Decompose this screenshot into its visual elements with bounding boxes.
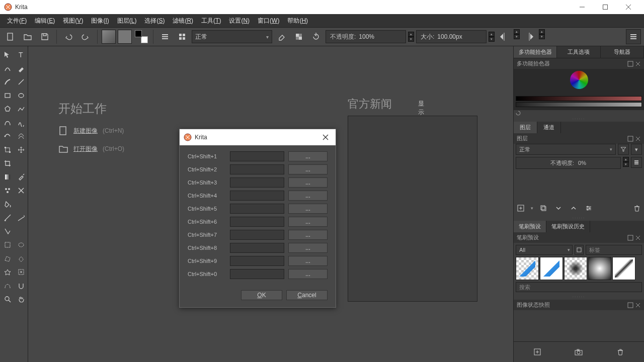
workspace-input[interactable] (230, 151, 284, 161)
polygon-tool[interactable] (1, 103, 14, 115)
color-picker-tool[interactable] (15, 170, 27, 183)
workspace-input[interactable] (230, 164, 284, 174)
opacity-input[interactable]: 不透明度: 100% (326, 30, 406, 43)
freehand-select-tool[interactable] (15, 252, 27, 264)
layer-menu-button[interactable] (631, 157, 642, 168)
layer-filter-dropdown[interactable]: ▾ (631, 144, 642, 155)
gradient-swatch[interactable] (102, 30, 116, 44)
brush-settings-button[interactable] (157, 29, 173, 44)
brush-tag-input[interactable]: 标签 (586, 245, 642, 255)
gradient-tool[interactable] (1, 170, 14, 183)
new-file-button[interactable] (3, 29, 18, 44)
float-icon[interactable] (627, 302, 633, 308)
mirror-horizontal-button[interactable] (497, 29, 512, 44)
color-wheel[interactable] (514, 69, 644, 110)
add-snapshot-button[interactable] (530, 345, 544, 359)
multibrush-tool[interactable] (15, 130, 27, 142)
panel-divider[interactable]: ······ (514, 215, 644, 221)
workspace-input[interactable] (230, 230, 284, 240)
contiguous-select-tool[interactable] (1, 265, 14, 278)
move-tool[interactable] (1, 48, 14, 61)
crop-tool[interactable] (1, 157, 14, 169)
menu-settings[interactable]: 设置(N) (225, 15, 254, 27)
transform-tool[interactable] (1, 143, 14, 156)
close-button[interactable] (617, 0, 640, 14)
menu-select[interactable]: 选择(S) (140, 15, 169, 27)
polygon-select-tool[interactable] (1, 252, 14, 264)
layer-opacity-input[interactable]: 不透明度: 0% (516, 157, 621, 169)
brush-search-input[interactable]: 搜索 (516, 282, 642, 292)
tab-color-picker[interactable]: 多功能拾色器 (514, 46, 557, 58)
float-icon[interactable] (627, 61, 633, 67)
pattern-swatch[interactable] (118, 30, 132, 44)
measure-tool[interactable] (15, 211, 27, 224)
eraser-mode-button[interactable] (274, 29, 289, 44)
layer-blend-mode-select[interactable]: 正常 (516, 144, 616, 155)
menu-window[interactable]: 窗口(W) (254, 15, 283, 27)
rectangle-tool[interactable] (1, 89, 14, 102)
workspace-input[interactable] (230, 204, 284, 214)
move-layer-tool[interactable] (15, 143, 27, 156)
close-panel-icon[interactable] (635, 302, 641, 308)
reference-tool[interactable] (1, 225, 14, 237)
brush-preset-thumb[interactable] (516, 257, 539, 280)
brush-tool[interactable] (1, 75, 14, 88)
workspace-input[interactable] (230, 191, 284, 201)
browse-button[interactable]: ... (288, 269, 328, 279)
workspace-input[interactable] (230, 217, 284, 227)
size-input[interactable]: 大小: 100.00px (416, 30, 487, 43)
menu-file[interactable]: 文件(F) (3, 15, 31, 27)
workspace-input[interactable] (230, 256, 284, 266)
workspace-input[interactable] (230, 177, 284, 188)
ellipse-select-tool[interactable] (15, 238, 27, 251)
assistant-tool[interactable] (1, 211, 14, 224)
browse-button[interactable]: ... (288, 256, 328, 266)
tab-brush-presets[interactable]: 笔刷预设 (514, 221, 546, 232)
similar-select-tool[interactable] (15, 265, 27, 278)
browse-button[interactable]: ... (288, 204, 328, 214)
start-new-image[interactable]: 新建图像 (Ctrl+N) (58, 126, 124, 136)
dialog-close-button[interactable] (319, 131, 332, 143)
menu-view[interactable]: 视图(V) (59, 15, 87, 27)
layer-properties-button[interactable] (584, 203, 594, 213)
text-tool[interactable]: T (15, 48, 27, 61)
browse-button[interactable]: ... (288, 164, 328, 174)
brush-preset-button[interactable] (175, 29, 190, 44)
menu-image[interactable]: 图像(I) (87, 15, 113, 27)
calligraphy-tool[interactable] (15, 62, 27, 74)
reload-preset-button[interactable] (308, 29, 324, 44)
alpha-lock-button[interactable] (291, 29, 306, 44)
close-panel-icon[interactable] (635, 235, 641, 241)
tab-tool-options[interactable]: 工具选项 (557, 46, 600, 58)
save-file-button[interactable] (37, 29, 52, 44)
brush-view-toggle[interactable] (575, 245, 584, 255)
polyline-tool[interactable] (15, 103, 27, 115)
browse-button[interactable]: ... (288, 217, 328, 227)
browse-button[interactable]: ... (288, 191, 328, 201)
mirror-vertical-button[interactable] (522, 29, 537, 44)
tab-layers[interactable]: 图层 (514, 122, 537, 133)
panel-divider[interactable]: ······ (514, 116, 644, 122)
line-tool[interactable] (15, 75, 27, 88)
compositing-mode-select[interactable]: 正常 (192, 30, 272, 43)
pan-tool[interactable] (15, 293, 27, 305)
workspace-menu-button[interactable] (626, 29, 641, 44)
redo-button[interactable] (78, 29, 93, 44)
start-open-image[interactable]: 打开图像 (Ctrl+O) (58, 144, 124, 154)
float-icon[interactable] (627, 235, 633, 241)
size-spinner[interactable]: ▴▾ (489, 32, 495, 42)
browse-button[interactable]: ... (288, 177, 328, 188)
menu-tools[interactable]: 工具(T) (197, 15, 225, 27)
panel-divider[interactable]: ······ (514, 294, 644, 300)
fill-tool[interactable] (1, 198, 14, 210)
browse-button[interactable]: ... (288, 151, 328, 161)
workspace-input[interactable] (230, 243, 284, 253)
ellipse-tool[interactable] (15, 89, 27, 102)
opacity-spinner[interactable]: ▴▾ (408, 32, 414, 42)
ok-button[interactable]: OK (241, 290, 282, 300)
menu-filter[interactable]: 滤镜(R) (169, 15, 197, 27)
float-icon[interactable] (627, 136, 633, 142)
freehand-path-tool[interactable] (15, 116, 27, 129)
color-strip-1[interactable] (516, 96, 642, 101)
shape-edit-tool[interactable] (1, 62, 14, 74)
